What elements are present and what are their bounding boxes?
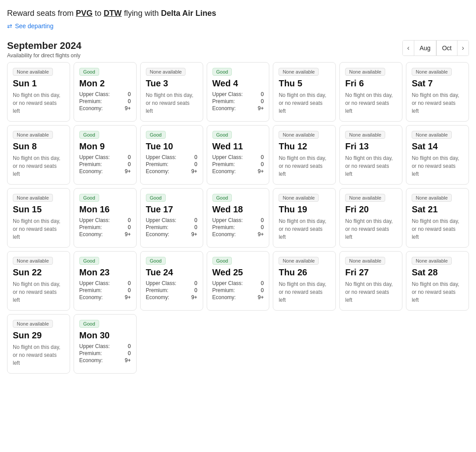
next-month-button[interactable]: ›	[457, 41, 469, 56]
economy-count: 9+	[125, 294, 131, 300]
calendar-cell-wed4[interactable]: Good Wed 4 Upper Class: 0 Premium: 0 Eco…	[207, 62, 270, 122]
month-navigation: ‹ Aug Oct ›	[402, 40, 469, 56]
calendar-cell-thu12: None available Thu 12 No flight on this …	[273, 125, 336, 185]
premium-row: Premium: 0	[212, 98, 264, 104]
upper-class-label: Upper Class:	[212, 217, 243, 223]
calendar-cell-tue17[interactable]: Good Tue 17 Upper Class: 0 Premium: 0 Ec…	[140, 188, 203, 248]
calendar-cell-tue24[interactable]: Good Tue 24 Upper Class: 0 Premium: 0 Ec…	[140, 251, 203, 311]
calendar-cell-mon23[interactable]: Good Mon 23 Upper Class: 0 Premium: 0 Ec…	[74, 251, 137, 311]
month-title: September 2024 Availability for direct f…	[7, 40, 82, 59]
day-number: Tue 24	[146, 267, 197, 278]
status-badge: Good	[212, 68, 232, 76]
month-header: September 2024 Availability for direct f…	[7, 40, 469, 59]
upper-class-row: Upper Class: 0	[79, 343, 131, 349]
upper-class-label: Upper Class:	[212, 280, 243, 286]
day-number: Thu 12	[279, 141, 330, 152]
day-number: Thu 26	[279, 267, 330, 278]
status-badge: None available	[279, 194, 319, 202]
economy-row: Economy: 9+	[79, 231, 131, 237]
status-badge: None available	[412, 68, 452, 76]
calendar-cell-sun29: None available Sun 29 No flight on this …	[7, 314, 70, 374]
economy-row: Economy: 9+	[146, 231, 197, 237]
economy-label: Economy:	[146, 168, 169, 174]
status-badge: Good	[79, 68, 99, 76]
economy-label: Economy:	[79, 294, 103, 300]
upper-class-row: Upper Class: 0	[146, 280, 197, 286]
calendar-cell-thu5: None available Thu 5 No flight on this d…	[273, 62, 336, 122]
economy-count: 9+	[258, 105, 264, 111]
economy-label: Economy:	[146, 231, 169, 237]
economy-label: Economy:	[212, 231, 236, 237]
premium-label: Premium:	[79, 161, 102, 167]
premium-count: 0	[194, 224, 197, 230]
status-badge: None available	[345, 131, 385, 139]
day-number: Wed 4	[212, 78, 264, 89]
premium-row: Premium: 0	[79, 161, 131, 167]
premium-label: Premium:	[146, 287, 168, 293]
calendar-cell-sat28: None available Sat 28 No flight on this …	[406, 251, 469, 311]
calendar-cell-mon9[interactable]: Good Mon 9 Upper Class: 0 Premium: 0 Eco…	[74, 125, 137, 185]
no-flight-text: No flight on this day, or no reward seat…	[146, 91, 197, 115]
upper-class-row: Upper Class: 0	[212, 217, 264, 223]
upper-class-count: 0	[128, 217, 131, 223]
status-badge: None available	[279, 257, 319, 265]
status-badge: None available	[412, 194, 452, 202]
calendar-cell-sun15: None available Sun 15 No flight on this …	[7, 188, 70, 248]
prev-month-button[interactable]: ‹	[403, 41, 414, 56]
premium-label: Premium:	[212, 98, 235, 104]
status-badge: Good	[79, 194, 99, 202]
economy-count: 9+	[258, 294, 264, 300]
premium-row: Premium: 0	[212, 224, 264, 230]
calendar-cell-mon2[interactable]: Good Mon 2 Upper Class: 0 Premium: 0 Eco…	[74, 62, 137, 122]
upper-class-row: Upper Class: 0	[79, 217, 131, 223]
calendar-cell-wed11[interactable]: Good Wed 11 Upper Class: 0 Premium: 0 Ec…	[207, 125, 270, 185]
see-departing-label: See departing	[15, 22, 53, 30]
origin-code: PVG	[76, 9, 93, 18]
calendar-cell-tue10[interactable]: Good Tue 10 Upper Class: 0 Premium: 0 Ec…	[140, 125, 203, 185]
upper-class-row: Upper Class: 0	[212, 280, 264, 286]
economy-count: 9+	[258, 168, 264, 174]
see-departing-link[interactable]: ⇄ See departing	[7, 22, 53, 30]
status-badge: None available	[412, 131, 452, 139]
economy-label: Economy:	[212, 105, 236, 111]
upper-class-label: Upper Class:	[79, 91, 110, 97]
upper-class-count: 0	[128, 343, 131, 349]
premium-row: Premium: 0	[146, 287, 197, 293]
economy-row: Economy: 9+	[79, 357, 131, 363]
status-badge: None available	[13, 257, 53, 265]
day-number: Fri 13	[345, 141, 397, 152]
calendar-cell-mon16[interactable]: Good Mon 16 Upper Class: 0 Premium: 0 Ec…	[74, 188, 137, 248]
day-number: Sun 29	[13, 330, 64, 341]
day-number: Sat 14	[412, 141, 463, 152]
status-badge: None available	[13, 68, 53, 76]
calendar-cell-mon30[interactable]: Good Mon 30 Upper Class: 0 Premium: 0 Ec…	[74, 314, 137, 374]
premium-label: Premium:	[146, 161, 168, 167]
page-header: Reward seats from PVG to DTW flying with…	[7, 9, 469, 30]
premium-count: 0	[194, 161, 197, 167]
day-number: Fri 20	[345, 204, 397, 215]
upper-class-row: Upper Class: 0	[146, 154, 197, 160]
upper-class-row: Upper Class: 0	[79, 91, 131, 97]
calendar-cell-thu26: None available Thu 26 No flight on this …	[273, 251, 336, 311]
no-flight-text: No flight on this day, or no reward seat…	[13, 343, 64, 367]
no-flight-text: No flight on this day, or no reward seat…	[345, 217, 397, 241]
economy-row: Economy: 9+	[146, 168, 197, 174]
calendar-cell-wed25[interactable]: Good Wed 25 Upper Class: 0 Premium: 0 Ec…	[207, 251, 270, 311]
premium-row: Premium: 0	[79, 224, 131, 230]
upper-class-label: Upper Class:	[79, 154, 110, 160]
economy-row: Economy: 9+	[212, 105, 264, 111]
calendar-cell-wed18[interactable]: Good Wed 18 Upper Class: 0 Premium: 0 Ec…	[207, 188, 270, 248]
upper-class-label: Upper Class:	[212, 91, 243, 97]
premium-label: Premium:	[212, 161, 235, 167]
premium-label: Premium:	[79, 98, 102, 104]
upper-class-count: 0	[194, 280, 197, 286]
status-badge: Good	[146, 131, 166, 139]
upper-class-count: 0	[194, 154, 197, 160]
status-badge: None available	[345, 194, 385, 202]
economy-row: Economy: 9+	[79, 105, 131, 111]
upper-class-label: Upper Class:	[146, 217, 176, 223]
economy-label: Economy:	[212, 294, 236, 300]
status-badge: None available	[279, 131, 319, 139]
calendar-cell-sun1: None available Sun 1 No flight on this d…	[7, 62, 70, 122]
day-number: Wed 25	[212, 267, 264, 278]
